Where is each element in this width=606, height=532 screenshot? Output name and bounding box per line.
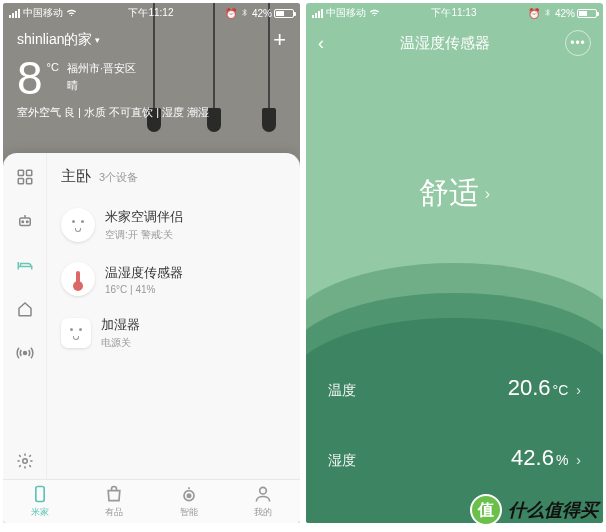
watermark-badge: 值 (470, 494, 502, 526)
battery-pct: 42% (555, 8, 575, 19)
carrier-label: 中国移动 (326, 6, 366, 20)
chevron-right-icon: › (485, 185, 490, 203)
tab-bar: 米家 有品 智能 我的 (3, 479, 300, 523)
tab-profile[interactable]: 我的 (226, 480, 300, 523)
settings-icon[interactable] (15, 451, 35, 471)
home-name-label: shinlian的家 (17, 31, 92, 49)
device-status: 16°C | 41% (105, 284, 286, 295)
tab-youpin[interactable]: 有品 (77, 480, 151, 523)
condition-label: 晴 (67, 77, 136, 94)
temperature-unit: °C (47, 61, 59, 73)
mihome-screen: 中国移动 下午11:12 ⏰ 42% shinlian的家 ▾ + 8 °C (3, 3, 300, 523)
humidifier-plug-icon (61, 318, 91, 348)
device-item[interactable]: 加湿器 电源关 (61, 306, 286, 360)
tab-label: 我的 (254, 506, 272, 519)
humidity-row[interactable]: 湿度 42.6 % › (328, 423, 581, 493)
status-time: 下午11:12 (77, 6, 225, 20)
device-status: 空调:开 警戒:关 (105, 228, 286, 242)
comfort-indicator[interactable]: 舒适 › (306, 173, 603, 214)
temperature-unit: °C (553, 382, 569, 398)
signal-icon (9, 9, 20, 18)
chevron-right-icon: › (576, 452, 581, 468)
humidity-label: 湿度 (328, 452, 356, 470)
chevron-down-icon: ▾ (95, 35, 100, 45)
status-time: 下午11:13 (380, 6, 528, 20)
tab-smart[interactable]: 智能 (152, 480, 226, 523)
device-sheet: 主卧 3个设备 米家空调伴侣 空调:开 警戒:关 温湿度传感器 16°C | 4… (3, 153, 300, 483)
weather-block[interactable]: 8 °C 福州市·晋安区 晴 室外空气 良 | 水质 不可直饮 | 湿度 潮湿 (17, 55, 209, 120)
wifi-icon (66, 7, 77, 20)
tab-label: 智能 (180, 506, 198, 519)
status-bar: 中国移动 下午11:12 ⏰ 42% (3, 3, 300, 23)
tab-mihome[interactable]: 米家 (3, 480, 77, 523)
comfort-label: 舒适 (419, 173, 479, 214)
tab-label: 有品 (105, 506, 123, 519)
svg-rect-9 (36, 487, 44, 502)
device-name: 加湿器 (101, 316, 286, 334)
temperature-value: 8 (17, 55, 43, 101)
svg-point-12 (260, 487, 267, 494)
signal-icon[interactable] (15, 343, 35, 363)
watermark: 值 什么值得买 (470, 494, 598, 526)
watermark-text: 什么值得买 (508, 498, 598, 522)
page-title: 温湿度传感器 (400, 34, 490, 53)
svg-rect-2 (18, 179, 23, 184)
bluetooth-icon (240, 8, 249, 19)
temperature-value: 20.6 (508, 375, 551, 401)
location-label: 福州市·晋安区 (67, 60, 136, 77)
air-quality-line: 室外空气 良 | 水质 不可直饮 | 湿度 潮湿 (17, 105, 209, 120)
robot-icon[interactable] (15, 211, 35, 231)
carrier-label: 中国移动 (23, 6, 63, 20)
svg-rect-3 (26, 179, 31, 184)
plug-icon (61, 208, 95, 242)
status-bar: 中国移动 下午11:13 ⏰ 42% (306, 3, 603, 23)
device-name: 米家空调伴侣 (105, 208, 286, 226)
add-button[interactable]: + (273, 27, 286, 53)
temperature-label: 温度 (328, 382, 356, 400)
svg-point-6 (26, 221, 28, 223)
battery-indicator: 42% (252, 8, 294, 19)
alarm-icon: ⏰ (528, 8, 540, 19)
device-count: 3个设备 (99, 170, 138, 185)
device-item[interactable]: 米家空调伴侣 空调:开 警戒:关 (61, 198, 286, 252)
room-rail (3, 153, 47, 483)
svg-point-11 (187, 494, 190, 497)
home-icon[interactable] (15, 299, 35, 319)
svg-point-5 (22, 221, 24, 223)
device-name: 温湿度传感器 (105, 264, 286, 282)
signal-icon (312, 9, 323, 18)
humidity-value: 42.6 (511, 445, 554, 471)
sensor-detail-screen: 中国移动 下午11:13 ⏰ 42% ‹ 温湿度传感器 ••• 舒适 › (306, 3, 603, 523)
tab-label: 米家 (31, 506, 49, 519)
device-status: 电源关 (101, 336, 286, 350)
wifi-icon (369, 7, 380, 20)
bluetooth-icon (543, 8, 552, 19)
humidity-unit: % (556, 452, 568, 468)
bed-icon[interactable] (15, 255, 35, 275)
thermometer-icon (61, 262, 95, 296)
temperature-row[interactable]: 温度 20.6 °C › (328, 353, 581, 423)
more-button[interactable]: ••• (565, 30, 591, 56)
svg-point-8 (22, 459, 27, 464)
svg-rect-1 (26, 170, 31, 175)
back-button[interactable]: ‹ (318, 33, 324, 54)
svg-rect-0 (18, 170, 23, 175)
device-item[interactable]: 温湿度传感器 16°C | 41% (61, 252, 286, 306)
room-name: 主卧 (61, 167, 91, 186)
home-selector[interactable]: shinlian的家 ▾ (17, 31, 100, 49)
alarm-icon: ⏰ (225, 8, 237, 19)
battery-pct: 42% (252, 8, 272, 19)
chevron-right-icon: › (576, 382, 581, 398)
grid-icon[interactable] (15, 167, 35, 187)
svg-point-7 (23, 352, 26, 355)
battery-indicator: 42% (555, 8, 597, 19)
